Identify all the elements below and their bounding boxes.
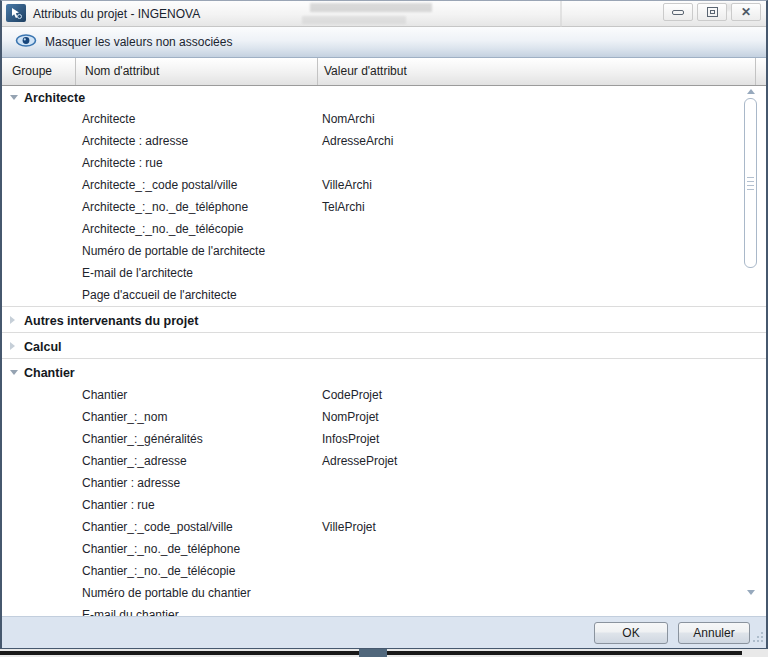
attribute-row[interactable]: Chantier_:_no._de_télécopie bbox=[2, 560, 766, 582]
column-separator[interactable] bbox=[75, 58, 76, 85]
attribute-value: InfosProjet bbox=[322, 428, 379, 450]
attribute-name: Chantier : adresse bbox=[82, 472, 180, 494]
column-header-nom-attribut[interactable]: Nom d'attribut bbox=[85, 58, 159, 85]
scrollbar-grip-icon bbox=[747, 177, 754, 190]
attribute-value: TelArchi bbox=[322, 196, 365, 218]
attribute-name: Chantier_:_nom bbox=[82, 406, 167, 428]
maximize-icon bbox=[707, 7, 718, 17]
column-separator[interactable] bbox=[755, 58, 756, 85]
attribute-value: VilleProjet bbox=[322, 516, 376, 538]
attribute-name: Numéro de portable de l'architecte bbox=[82, 240, 265, 262]
toolbar: Masquer les valeurs non associées bbox=[2, 27, 766, 58]
attribute-row[interactable]: Page d'accueil de l'architecte bbox=[2, 284, 766, 306]
attribute-name: Chantier_:_no._de_télécopie bbox=[82, 560, 235, 582]
desktop-background bbox=[0, 649, 768, 657]
attribute-value: AdresseProjet bbox=[322, 450, 397, 472]
attribute-row[interactable]: ChantierCodeProjet bbox=[2, 384, 766, 406]
column-separator[interactable] bbox=[317, 58, 318, 85]
attribute-row[interactable]: Architecte : rue bbox=[2, 152, 766, 174]
dialog-footer: OK Annuler bbox=[2, 616, 766, 648]
attribute-row[interactable]: E-mail du chantier bbox=[2, 604, 766, 616]
attribute-row[interactable]: Chantier_:_adresseAdresseProjet bbox=[2, 450, 766, 472]
titlebar[interactable]: Attributs du projet - INGENOVA ✕ bbox=[2, 1, 766, 27]
maximize-button[interactable] bbox=[697, 3, 727, 21]
window-controls: ✕ bbox=[663, 3, 761, 21]
attribute-value: NomProjet bbox=[322, 406, 379, 428]
group-row[interactable]: Chantier bbox=[2, 358, 766, 384]
scroll-up-arrow-icon[interactable] bbox=[747, 89, 755, 94]
attribute-row[interactable]: Architecte : adresseAdresseArchi bbox=[2, 130, 766, 152]
aero-ghost bbox=[310, 3, 432, 12]
attribute-row[interactable]: Architecte_:_code postal/villeVilleArchi bbox=[2, 174, 766, 196]
close-button[interactable]: ✕ bbox=[731, 3, 761, 21]
attribute-name: Architecte_:_no._de_téléphone bbox=[82, 196, 248, 218]
resize-grip[interactable] bbox=[751, 629, 764, 647]
expand-triangle-icon[interactable] bbox=[10, 316, 15, 324]
attribute-list: ArchitecteArchitecteNomArchiArchitecte :… bbox=[2, 86, 766, 616]
expand-triangle-icon[interactable] bbox=[10, 342, 15, 350]
project-attributes-dialog: Attributs du projet - INGENOVA ✕ Masquer… bbox=[0, 0, 768, 649]
cancel-button[interactable]: Annuler bbox=[678, 622, 750, 644]
collapse-triangle-icon[interactable] bbox=[10, 95, 18, 100]
attribute-value: NomArchi bbox=[322, 108, 375, 130]
attribute-name: Architecte bbox=[82, 108, 135, 130]
vertical-scrollbar[interactable] bbox=[743, 86, 759, 616]
attribute-name: Architecte : adresse bbox=[82, 130, 188, 152]
attribute-row[interactable]: Numéro de portable du chantier bbox=[2, 582, 766, 604]
attribute-rows: ArchitecteArchitecteNomArchiArchitecte :… bbox=[2, 86, 766, 616]
attribute-row[interactable]: E-mail de l'architecte bbox=[2, 262, 766, 284]
attribute-row[interactable]: Architecte_:_no._de_téléphoneTelArchi bbox=[2, 196, 766, 218]
column-header-row: Groupe Nom d'attribut Valeur d'attribut bbox=[2, 58, 766, 86]
group-row[interactable]: Architecte bbox=[2, 86, 766, 108]
attribute-name: Architecte : rue bbox=[82, 152, 163, 174]
ok-button[interactable]: OK bbox=[594, 622, 668, 644]
attribute-name: Architecte_:_code postal/ville bbox=[82, 174, 237, 196]
collapse-triangle-icon[interactable] bbox=[10, 370, 18, 375]
attribute-name: Architecte_:_no._de_télécopie bbox=[82, 218, 243, 240]
close-icon: ✕ bbox=[741, 6, 751, 18]
group-row[interactable]: Autres intervenants du projet bbox=[2, 306, 766, 332]
attribute-row[interactable]: Architecte_:_no._de_télécopie bbox=[2, 218, 766, 240]
attribute-name: Chantier_:_no._de_téléphone bbox=[82, 538, 240, 560]
minimize-button[interactable] bbox=[663, 3, 693, 21]
aero-ghost bbox=[302, 16, 406, 24]
attribute-row[interactable]: Chantier : rue bbox=[2, 494, 766, 516]
group-label: Calcul bbox=[24, 340, 62, 354]
attribute-name: Numéro de portable du chantier bbox=[82, 582, 251, 604]
attribute-name: E-mail de l'architecte bbox=[82, 262, 193, 284]
attribute-row[interactable]: ArchitecteNomArchi bbox=[2, 108, 766, 130]
hide-values-toggle[interactable]: Masquer les valeurs non associées bbox=[15, 33, 232, 52]
aero-ghost bbox=[560, 1, 562, 27]
attribute-name: Page d'accueil de l'architecte bbox=[82, 284, 237, 306]
minimize-icon bbox=[672, 10, 684, 15]
background-window-fragment bbox=[359, 649, 387, 657]
hide-values-label: Masquer les valeurs non associées bbox=[45, 35, 232, 49]
scroll-down-arrow-icon[interactable] bbox=[747, 590, 755, 595]
attribute-name: Chantier bbox=[82, 384, 127, 406]
attribute-row[interactable]: Chantier_:_code_postal/villeVilleProjet bbox=[2, 516, 766, 538]
attribute-value: CodeProjet bbox=[322, 384, 382, 406]
eye-icon bbox=[15, 33, 37, 52]
attribute-row[interactable]: Chantier : adresse bbox=[2, 472, 766, 494]
window-title: Attributs du projet - INGENOVA bbox=[33, 1, 200, 27]
attribute-name: Chantier_:_adresse bbox=[82, 450, 187, 472]
attribute-name: Chantier_:_généralités bbox=[82, 428, 203, 450]
attribute-row[interactable]: Chantier_:_généralitésInfosProjet bbox=[2, 428, 766, 450]
attribute-row[interactable]: Chantier_:_no._de_téléphone bbox=[2, 538, 766, 560]
app-cursor-tool-icon bbox=[6, 4, 26, 22]
attribute-name: Chantier : rue bbox=[82, 494, 155, 516]
group-label: Chantier bbox=[24, 366, 75, 380]
attribute-value: AdresseArchi bbox=[322, 130, 393, 152]
attribute-row[interactable]: Chantier_:_nomNomProjet bbox=[2, 406, 766, 428]
attribute-row[interactable]: Numéro de portable de l'architecte bbox=[2, 240, 766, 262]
group-label: Autres intervenants du projet bbox=[24, 314, 198, 328]
scrollbar-thumb[interactable] bbox=[744, 98, 757, 268]
group-row[interactable]: Calcul bbox=[2, 332, 766, 358]
column-header-valeur-attribut[interactable]: Valeur d'attribut bbox=[324, 58, 407, 85]
attribute-value: VilleArchi bbox=[322, 174, 372, 196]
group-label: Architecte bbox=[24, 91, 85, 105]
attribute-name: Chantier_:_code_postal/ville bbox=[82, 516, 233, 538]
column-header-groupe[interactable]: Groupe bbox=[12, 58, 52, 85]
attribute-name: E-mail du chantier bbox=[82, 604, 179, 616]
